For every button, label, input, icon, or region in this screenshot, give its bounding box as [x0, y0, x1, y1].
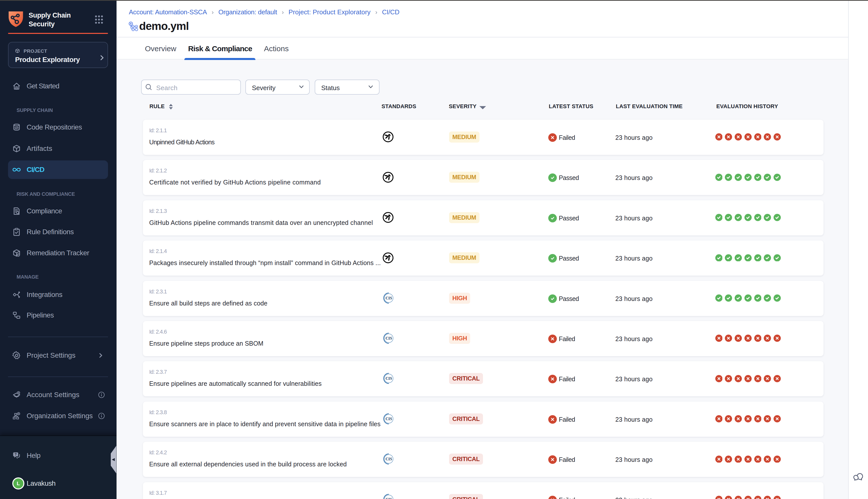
svg-text:CIS: CIS [386, 457, 392, 461]
svg-text:CIS: CIS [386, 417, 392, 421]
svg-text:CIS: CIS [386, 497, 392, 499]
svg-text:CIS: CIS [386, 336, 392, 340]
svg-text:CIS: CIS [386, 296, 392, 300]
svg-text:CIS: CIS [386, 377, 392, 381]
svg-text:?: ? [14, 452, 17, 456]
